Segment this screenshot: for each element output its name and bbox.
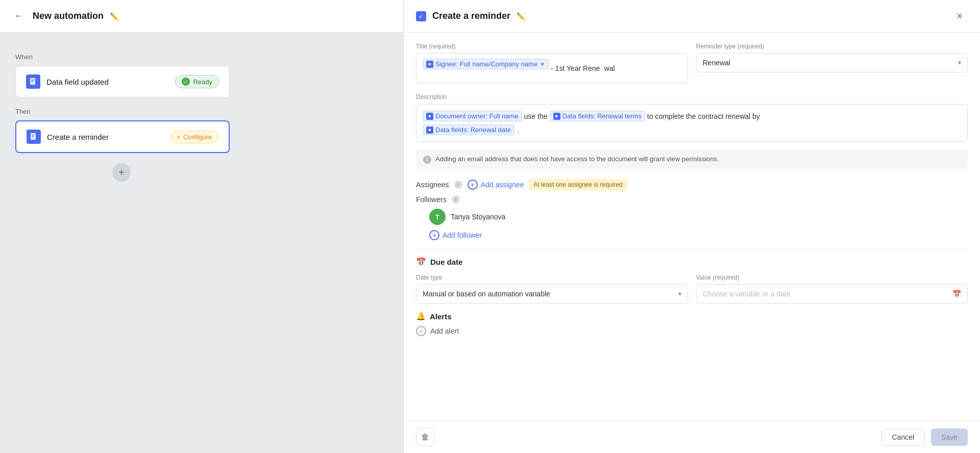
trigger-card: Data field updated Ready [15,66,230,97]
data-fields-icon: ■ [553,113,560,120]
delete-button[interactable]: 🗑 [416,428,434,446]
desc-to-complete: to complete the contract renewal by [647,112,760,120]
panel-header-left: ✓ Create a reminder ✏️ [416,11,525,21]
panel-footer: 🗑 Cancel Save [404,420,980,453]
date-type-label: Date type [416,274,688,281]
add-assignee-button[interactable]: + Add assignee [468,180,524,190]
svg-rect-5 [32,135,35,135]
chip-filter-icon: ▼ [540,61,545,67]
due-date-header: 📅 Due date [416,257,968,267]
signee-chip[interactable]: ■ Signee: Full name/Company name ▼ [423,59,549,69]
assignees-info-icon[interactable]: i [454,181,462,189]
action-doc-icon [27,130,41,144]
svg-rect-2 [31,81,34,81]
save-button[interactable]: Save [931,429,968,446]
value-input[interactable]: Choose a variable or a date 📅 [696,284,968,304]
calendar-icon: 📅 [416,257,426,267]
doc-owner-icon: ■ [426,113,433,120]
add-step-button[interactable]: + [112,163,131,182]
value-placeholder: Choose a variable or a date [703,290,791,298]
add-alert-label: Add alert [430,327,459,335]
assignees-row: Assignees i + Add assignee At least one … [416,179,968,190]
panel-title: Create a reminder [432,11,510,21]
canvas-area: When Data field updated Ready Then Creat… [0,33,403,202]
add-follower-label: Add follower [443,231,482,239]
followers-label: Followers [416,195,447,204]
back-button[interactable]: ← [10,8,27,24]
then-label: Then [15,108,388,115]
title-reminder-row: Title (required) ■ Signee: Full name/Com… [416,43,968,84]
renewal-date-chip[interactable]: ■ Data fields: Renewal date [423,124,514,135]
divider-1 [416,248,968,249]
title-group: Title (required) ■ Signee: Full name/Com… [416,43,688,84]
date-type-row: Date type Manual or based on automation … [416,274,968,304]
followers-info-icon[interactable]: i [452,195,460,204]
title-input[interactable]: ■ Signee: Full name/Company name ▼ - 1st… [416,53,688,84]
cancel-button[interactable]: Cancel [881,429,925,446]
follower-name: Tanya Stoyanova [451,213,505,221]
reminder-type-group: Reminder type (required) Renewal ▾ [696,43,968,84]
panel-edit-icon[interactable]: ✏️ [517,12,525,20]
description-section: Description ■ Document owner: Full name … [416,92,968,142]
info-icon: i [423,156,431,164]
trigger-left: Data field updated [26,74,109,89]
bell-icon: 🔔 [416,312,426,321]
assignees-label: Assignees [416,181,449,189]
add-alert-plus-icon: + [416,326,426,336]
right-panel: ✓ Create a reminder ✏️ × Title (required… [403,0,980,453]
panel-header: ✓ Create a reminder ✏️ × [404,0,980,33]
alerts-header: 🔔 Alerts [416,312,968,321]
follower-user-row: T Tanya Stoyanova [429,209,968,225]
svg-rect-0 [30,78,35,85]
then-section: Then Create a reminder Configure [15,108,388,153]
add-alert-button[interactable]: + Add alert [416,326,968,336]
left-panel: ← New automation ✏️ When Data field upda… [0,0,403,453]
alerts-label: Alerts [430,312,452,321]
configure-badge: Configure [170,131,218,143]
action-card[interactable]: Create a reminder Configure [15,120,230,153]
renewal-date-icon: ■ [426,127,433,134]
date-type-arrow: ▾ [678,290,681,297]
date-type-select[interactable]: Manual or based on automation variable ▾ [416,284,688,304]
follower-avatar: T [429,209,446,225]
svg-rect-1 [31,80,34,80]
value-group: Value (required) Choose a variable or a … [696,274,968,304]
add-assignee-label: Add assignee [481,181,524,189]
ready-badge: Ready [175,75,219,88]
reminder-type-select[interactable]: Renewal ▾ [696,53,968,72]
title-label: Title (required) [416,43,688,50]
trigger-name: Data field updated [46,78,109,86]
svg-rect-7 [32,137,34,137]
info-notice: i Adding an email address that does not … [416,150,968,169]
panel-body: Title (required) ■ Signee: Full name/Com… [404,33,980,420]
svg-rect-3 [31,82,33,82]
reminder-type-arrow: ▾ [958,59,961,66]
desc-use-the: use the [524,112,548,120]
date-type-group: Date type Manual or based on automation … [416,274,688,304]
trigger-doc-icon [26,74,40,89]
doc-owner-text: Document owner: Full name [435,112,519,120]
svg-rect-4 [31,133,36,140]
description-box[interactable]: ■ Document owner: Full name use the ■ Da… [416,104,968,142]
automation-title: New automation [33,11,104,21]
data-fields-chip[interactable]: ■ Data fields: Renewal terms [550,111,645,121]
add-follower-row: + Add follower [429,230,968,240]
action-name: Create a reminder [47,133,109,141]
close-button[interactable]: × [951,8,968,24]
desc-period: . [517,126,519,134]
desc-line-1: ■ Document owner: Full name use the ■ Da… [423,111,961,121]
chip-text: Signee: Full name/Company name [435,60,537,68]
edit-title-icon[interactable]: ✏️ [110,12,118,20]
action-left: Create a reminder [27,130,109,144]
date-type-value: Manual or based on automation variable [423,290,550,298]
add-follower-button[interactable]: + Add follower [429,230,482,240]
doc-owner-chip[interactable]: ■ Document owner: Full name [423,111,522,121]
value-label: Value (required) [696,274,968,281]
value-calendar-icon: 📅 [952,290,961,298]
title-separator-text: - 1st Year Rene [551,64,600,72]
data-fields-text: Data fields: Renewal terms [562,112,642,120]
panel-checkbox[interactable]: ✓ [416,11,426,21]
title-continuation-text: wal [604,64,615,72]
add-follower-plus-icon: + [429,230,439,240]
chip-doc-icon: ■ [426,61,433,68]
